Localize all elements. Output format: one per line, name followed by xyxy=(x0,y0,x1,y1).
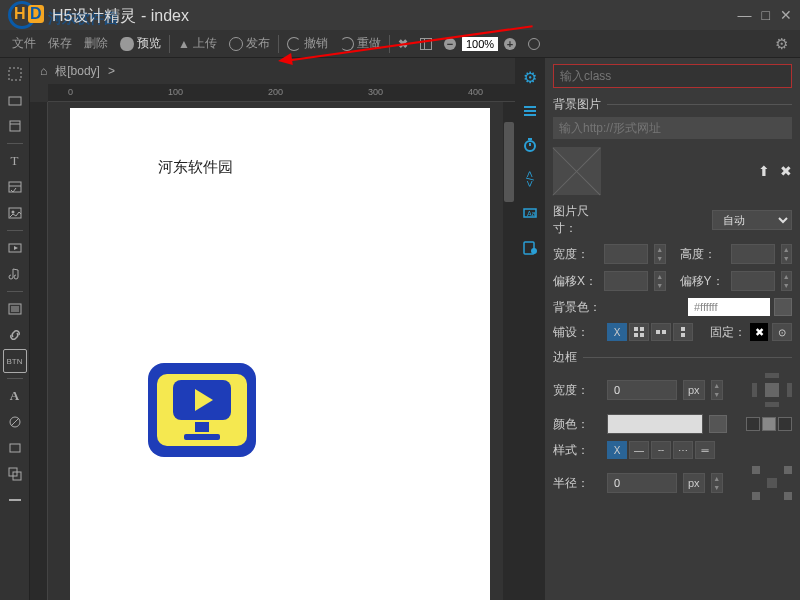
style-dotted[interactable]: ⋯ xyxy=(673,441,693,459)
style-double[interactable]: ═ xyxy=(695,441,715,459)
width-spinner[interactable]: ▲▼ xyxy=(654,244,665,264)
tab-code[interactable]: </> xyxy=(519,168,541,190)
clear-button[interactable]: ✖ xyxy=(392,37,414,51)
width-input[interactable] xyxy=(604,244,648,264)
border-color-swatch[interactable] xyxy=(709,415,727,433)
svg-rect-34 xyxy=(662,330,666,334)
tile-none[interactable]: X xyxy=(607,323,627,341)
preview-button[interactable]: 预览 xyxy=(114,35,167,52)
tab-settings[interactable]: ⚙ xyxy=(519,66,541,88)
select-tool[interactable] xyxy=(3,62,27,86)
image-tool[interactable] xyxy=(3,201,27,225)
panel-tool[interactable] xyxy=(3,436,27,460)
svg-rect-33 xyxy=(656,330,660,334)
border-side-picker[interactable] xyxy=(752,373,792,407)
tab-text[interactable]: Aa xyxy=(519,202,541,224)
style-solid[interactable]: — xyxy=(629,441,649,459)
zoom-in-button[interactable]: + xyxy=(498,38,522,50)
img-size-select[interactable]: 自动 xyxy=(712,210,792,230)
border-section-title: 边框 xyxy=(553,349,577,366)
canvas-text-element[interactable]: 河东软件园 xyxy=(158,158,233,177)
radius-spinner[interactable]: ▲▼ xyxy=(711,473,723,493)
scrollbar-vertical[interactable] xyxy=(503,102,515,600)
border-width-input[interactable] xyxy=(607,380,677,400)
offsety-spinner[interactable]: ▲▼ xyxy=(781,271,792,291)
border-color-input[interactable] xyxy=(607,414,703,434)
bg-url-input[interactable] xyxy=(553,117,792,139)
tile-x[interactable] xyxy=(651,323,671,341)
tile-both[interactable] xyxy=(629,323,649,341)
publish-button[interactable]: 发布 xyxy=(223,35,276,52)
canvas[interactable]: 河东软件园 xyxy=(70,108,490,600)
svg-rect-35 xyxy=(681,327,685,331)
text-tool[interactable]: T xyxy=(3,149,27,173)
button-tool[interactable]: BTN xyxy=(3,349,27,373)
frame-tool[interactable] xyxy=(3,114,27,138)
upload-image-icon[interactable]: ⬆ xyxy=(758,163,770,179)
minimize-button[interactable]: — xyxy=(738,7,752,23)
delete-button[interactable]: 删除 xyxy=(78,35,114,52)
swatch-dark2[interactable] xyxy=(778,417,792,431)
zoom-out-button[interactable]: − xyxy=(438,38,462,50)
list-tool[interactable] xyxy=(3,297,27,321)
offsety-input[interactable] xyxy=(731,271,775,291)
redo-button[interactable]: 重做 xyxy=(334,35,387,52)
settings-button[interactable]: ⚙ xyxy=(769,35,794,53)
height-spinner[interactable]: ▲▼ xyxy=(781,244,792,264)
upload-button[interactable]: ▲上传 xyxy=(172,35,223,52)
fixed-toggle[interactable]: ✖ xyxy=(750,323,768,341)
form-tool[interactable] xyxy=(3,175,27,199)
bg-section-title: 背景图片 xyxy=(553,96,601,113)
svg-text:Aa: Aa xyxy=(527,210,536,217)
home-icon[interactable]: ⌂ xyxy=(40,64,47,78)
offsetx-input[interactable] xyxy=(604,271,648,291)
height-input[interactable] xyxy=(731,244,775,264)
video-tool[interactable] xyxy=(3,236,27,260)
svg-rect-30 xyxy=(640,327,644,331)
font-tool[interactable]: A xyxy=(3,384,27,408)
svg-rect-15 xyxy=(10,444,20,452)
zoom-display[interactable]: 100% xyxy=(462,37,498,51)
nolink-tool[interactable] xyxy=(3,410,27,434)
box-tool[interactable] xyxy=(3,88,27,112)
style-none[interactable]: X xyxy=(607,441,627,459)
swatch-dark[interactable] xyxy=(746,417,760,431)
ruler-vertical xyxy=(30,102,48,600)
remove-image-icon[interactable]: ✖ xyxy=(780,163,792,179)
audio-tool[interactable] xyxy=(3,262,27,286)
tab-assets[interactable] xyxy=(519,236,541,258)
svg-point-7 xyxy=(11,211,14,214)
corner-picker[interactable] xyxy=(752,466,792,500)
border-width-spinner[interactable]: ▲▼ xyxy=(711,380,723,400)
canvas-logo-element[interactable] xyxy=(148,363,256,457)
fixed-on[interactable]: ⊙ xyxy=(772,323,792,341)
swatch-mid[interactable] xyxy=(762,417,776,431)
undo-icon xyxy=(287,37,301,51)
left-toolbar: T BTN A xyxy=(0,58,30,600)
tile-y[interactable] xyxy=(673,323,693,341)
layout-button[interactable] xyxy=(414,38,438,50)
link-tool[interactable] xyxy=(3,323,27,347)
bgcolor-swatch[interactable] xyxy=(774,298,792,316)
offsetx-spinner[interactable]: ▲▼ xyxy=(654,271,665,291)
bgcolor-input[interactable] xyxy=(688,298,770,316)
hr-tool[interactable] xyxy=(3,488,27,512)
class-input[interactable] xyxy=(553,64,792,88)
save-button[interactable]: 保存 xyxy=(42,35,78,52)
file-menu[interactable]: 文件 xyxy=(6,35,42,52)
side-tabs: ⚙ </> Aa xyxy=(515,58,545,600)
bg-image-preview[interactable] xyxy=(553,147,601,195)
tab-timer[interactable] xyxy=(519,134,541,156)
svg-point-28 xyxy=(531,248,537,254)
target-button[interactable] xyxy=(522,38,546,50)
svg-rect-29 xyxy=(634,327,638,331)
maximize-button[interactable]: □ xyxy=(762,7,770,23)
svg-rect-32 xyxy=(640,333,644,337)
tab-layers[interactable] xyxy=(519,100,541,122)
radius-input[interactable] xyxy=(607,473,677,493)
undo-button[interactable]: 撤销 xyxy=(281,35,334,52)
breadcrumb-root[interactable]: 根[body] xyxy=(55,63,100,80)
group-tool[interactable] xyxy=(3,462,27,486)
style-dashed[interactable]: ╌ xyxy=(651,441,671,459)
close-button[interactable]: ✕ xyxy=(780,7,792,23)
